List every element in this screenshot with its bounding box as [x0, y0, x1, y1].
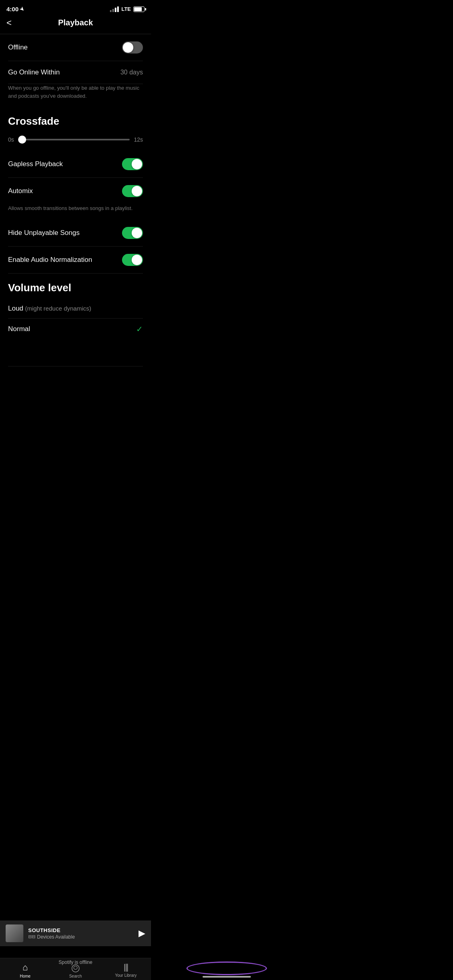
gapless-toggle[interactable]	[122, 158, 143, 170]
settings-content: Offline Go Online Within 30 days When yo…	[0, 34, 151, 366]
back-button[interactable]: <	[6, 18, 12, 28]
header: < Playback	[0, 15, 151, 34]
crossfade-section-header: Crossfade	[8, 107, 143, 132]
gapless-row: Gapless Playback	[8, 151, 143, 178]
crossfade-min-label: 0s	[8, 136, 16, 143]
volume-normal-checkmark: ✓	[136, 324, 143, 334]
crossfade-slider-thumb[interactable]	[18, 136, 26, 144]
go-online-label: Go Online Within	[8, 68, 60, 76]
lte-label: LTE	[121, 6, 131, 12]
status-bar: 4:00 ➤ LTE	[0, 0, 151, 15]
signal-bar-2	[112, 9, 114, 12]
time-display: 4:00	[6, 6, 19, 12]
automix-toggle-thumb	[132, 186, 142, 196]
hide-unplayable-toggle[interactable]	[122, 227, 143, 239]
volume-loud-labels: Loud (might reduce dynamics)	[8, 305, 91, 313]
audio-norm-label: Enable Audio Normalization	[8, 256, 92, 264]
crossfade-slider-row: 0s 12s	[8, 132, 143, 151]
go-online-row[interactable]: Go Online Within 30 days	[8, 61, 143, 84]
crossfade-slider-track[interactable]	[20, 139, 130, 140]
volume-normal-option[interactable]: Normal ✓	[8, 319, 143, 366]
status-right: LTE	[110, 6, 145, 12]
signal-bar-4	[117, 6, 119, 12]
status-left: 4:00 ➤	[6, 6, 25, 12]
volume-normal-label: Normal	[8, 325, 30, 333]
audio-norm-row: Enable Audio Normalization	[8, 247, 143, 274]
automix-description: Allows smooth transitions between songs …	[8, 204, 143, 220]
automix-toggle[interactable]	[122, 185, 143, 197]
offline-label: Offline	[8, 43, 28, 51]
volume-loud-option[interactable]: Loud (might reduce dynamics)	[8, 299, 143, 319]
volume-loud-label: Loud	[8, 305, 23, 312]
signal-bar-1	[110, 10, 112, 12]
volume-section-header: Volume level	[8, 274, 143, 299]
page-title: Playback	[58, 18, 93, 27]
signal-icon	[110, 6, 119, 12]
location-icon: ➤	[19, 5, 26, 12]
battery-fill	[134, 7, 142, 11]
signal-bar-3	[115, 8, 116, 12]
go-online-description: When you go offline, you'll only be able…	[8, 84, 143, 107]
volume-normal-row: Normal ✓	[8, 324, 143, 334]
go-online-value: 30 days	[120, 69, 143, 76]
volume-loud-row: Loud (might reduce dynamics)	[8, 305, 143, 313]
automix-label: Automix	[8, 187, 33, 195]
audio-norm-toggle-thumb	[132, 255, 142, 265]
offline-toggle-thumb	[123, 42, 133, 53]
hide-unplayable-label: Hide Unplayable Songs	[8, 229, 80, 237]
gapless-label: Gapless Playback	[8, 160, 63, 168]
audio-norm-toggle[interactable]	[122, 254, 143, 266]
hide-unplayable-toggle-thumb	[132, 228, 142, 238]
battery-icon	[133, 6, 145, 12]
offline-toggle[interactable]	[122, 41, 143, 54]
crossfade-max-label: 12s	[134, 136, 143, 143]
automix-row: Automix	[8, 178, 143, 204]
hide-unplayable-row: Hide Unplayable Songs	[8, 220, 143, 247]
offline-row: Offline	[8, 34, 143, 61]
gapless-toggle-thumb	[132, 159, 142, 169]
volume-loud-sub-text: (might reduce dynamics)	[25, 305, 91, 312]
